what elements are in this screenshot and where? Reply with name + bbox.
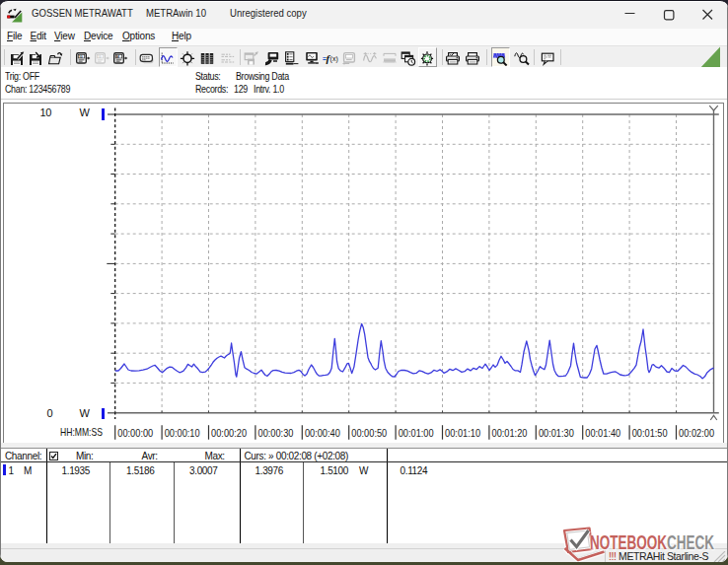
svg-text:00:00:00: 00:00:00	[117, 427, 153, 439]
svg-text:00:01:30: 00:01:30	[539, 427, 574, 439]
svg-text:00:00:20: 00:00:20	[211, 427, 247, 439]
svg-text:00:00:10: 00:00:10	[165, 427, 200, 439]
svg-text:00:01:00: 00:01:00	[399, 427, 434, 439]
svg-text:00:00:50: 00:00:50	[351, 427, 387, 439]
svg-text:00:01:10: 00:01:10	[445, 427, 480, 439]
svg-text:00:02:00: 00:02:00	[679, 427, 714, 439]
svg-text:00:01:50: 00:01:50	[632, 427, 668, 439]
svg-text:00:01:40: 00:01:40	[585, 427, 620, 439]
svg-text:00:01:20: 00:01:20	[492, 427, 528, 439]
svg-text:00:00:40: 00:00:40	[305, 427, 340, 439]
svg-text:00:00:30: 00:00:30	[258, 427, 294, 439]
